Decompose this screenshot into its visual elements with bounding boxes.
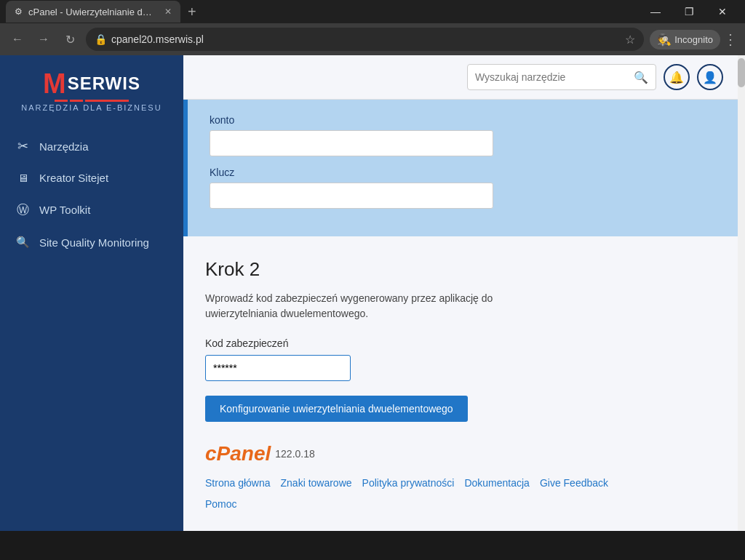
sidebar-item-label: WP Toolkit: [39, 204, 90, 216]
tools-icon: ✂: [15, 138, 31, 154]
wordpress-icon: Ⓦ: [15, 201, 31, 218]
lock-icon: 🔒: [95, 33, 107, 45]
window-controls: — ❐ ✕: [639, 0, 739, 23]
notifications-button[interactable]: 🔔: [664, 64, 690, 90]
klucz-label: Klucz: [210, 167, 716, 178]
code-input[interactable]: [205, 355, 351, 381]
back-button[interactable]: ←: [7, 29, 28, 49]
search-button[interactable]: 🔍: [634, 71, 648, 84]
top-bar: 🔍 🔔 👤: [183, 55, 738, 100]
address-bar: 🔒 ☆: [86, 28, 644, 51]
more-button[interactable]: ⋮: [723, 31, 738, 48]
sidebar-item-label: Kreator Sitejet: [39, 172, 108, 184]
tab-favicon: ⚙: [15, 7, 23, 17]
footer-link-feedback[interactable]: Give Feedback: [540, 477, 608, 489]
search-box: 🔍: [467, 64, 656, 90]
step2-title: Krok 2: [205, 258, 716, 281]
sidebar-item-kreator[interactable]: 🖥 Kreator Sitejet: [0, 163, 183, 193]
user-icon: 👤: [703, 71, 717, 84]
footer-link-docs[interactable]: Dokumentacja: [464, 477, 530, 489]
incognito-icon: 🕵: [657, 33, 672, 47]
forward-button[interactable]: →: [33, 29, 54, 49]
quality-icon: 🔍: [15, 236, 31, 249]
address-input[interactable]: [111, 33, 619, 45]
scrollbar[interactable]: [738, 55, 745, 531]
main-layout: M SERWIS NARZĘDZIA DLA E-BIZNESU ✂ Narzę…: [0, 55, 745, 531]
main-content: 🔍 🔔 👤 konto Klucz Krok 2 Wprowadź kod za…: [183, 55, 738, 531]
sidebar-logo: M SERWIS NARZĘDZIA DLA E-BIZNESU: [0, 55, 183, 124]
sidebar-item-narzedzia[interactable]: ✂ Narzędzia: [0, 129, 183, 163]
incognito-badge: 🕵 Incognito: [650, 30, 720, 49]
klucz-input[interactable]: [210, 183, 493, 209]
sidebar-item-quality[interactable]: 🔍 Site Quality Monitoring: [0, 227, 183, 257]
logo-tagline: NARZĘDZIA DLA E-BIZNESU: [21, 103, 162, 112]
footer-link-trademarks[interactable]: Znaki towarowe: [281, 477, 352, 489]
footer-link-help[interactable]: Pomoc: [205, 498, 237, 510]
footer-links: Strona główna Znaki towarowe Polityka pr…: [205, 477, 716, 489]
title-bar: ⚙ cPanel - Uwierzytelnianie dwue ✕ + — ❐…: [0, 0, 745, 23]
user-button[interactable]: 👤: [697, 64, 723, 90]
tab-row: ⚙ cPanel - Uwierzytelnianie dwue ✕ +: [6, 1, 639, 23]
logo-m: M: [43, 70, 66, 97]
bookmark-icon[interactable]: ☆: [625, 33, 635, 47]
search-input[interactable]: [475, 71, 634, 83]
sidebar: M SERWIS NARZĘDZIA DLA E-BIZNESU ✂ Narzę…: [0, 55, 183, 531]
sidebar-nav: ✂ Narzędzia 🖥 Kreator Sitejet Ⓦ WP Toolk…: [0, 124, 183, 263]
auth-form-section: konto Klucz: [183, 100, 738, 236]
cpanel-brand: cPanel 122.0.18: [205, 442, 716, 465]
search-icon: 🔍: [634, 71, 648, 84]
bell-icon: 🔔: [669, 71, 684, 84]
cpanel-logo: cPanel: [205, 442, 271, 465]
sitejet-icon: 🖥: [15, 172, 31, 184]
konto-label: konto: [210, 114, 716, 126]
incognito-label: Incognito: [674, 34, 713, 45]
close-button[interactable]: ✕: [706, 0, 739, 23]
new-tab-button[interactable]: +: [188, 4, 196, 20]
nav-right: 🕵 Incognito ⋮: [650, 30, 738, 49]
tab-title: cPanel - Uwierzytelnianie dwue: [28, 7, 159, 17]
code-label: Kod zabezpieczeń: [205, 337, 716, 349]
step2-section: Krok 2 Wprowadź kod zabezpieczeń wygener…: [183, 236, 738, 525]
logo-serwis: SERWIS: [68, 73, 140, 94]
maximize-button[interactable]: ❐: [672, 0, 706, 23]
minimize-button[interactable]: —: [639, 0, 672, 23]
sidebar-item-label: Narzędzia: [39, 140, 89, 153]
step2-description: Wprowadź kod zabezpieczeń wygenerowany p…: [205, 291, 525, 321]
footer-link-privacy[interactable]: Polityka prywatności: [362, 477, 455, 489]
sidebar-item-wp[interactable]: Ⓦ WP Toolkit: [0, 193, 183, 227]
konto-input[interactable]: [210, 130, 493, 156]
tab-close-button[interactable]: ✕: [164, 7, 172, 17]
configure-2fa-button[interactable]: Konfigurowanie uwierzytelniania dwueleme…: [205, 396, 468, 422]
browser-tab[interactable]: ⚙ cPanel - Uwierzytelnianie dwue ✕: [6, 1, 180, 23]
reload-button[interactable]: ↻: [60, 29, 80, 49]
cpanel-footer: cPanel 122.0.18 Strona główna Znaki towa…: [205, 442, 716, 511]
cpanel-version: 122.0.18: [275, 448, 315, 460]
sidebar-item-label: Site Quality Monitoring: [39, 236, 149, 249]
logo-box: M SERWIS: [43, 70, 140, 97]
nav-bar: ← → ↻ 🔒 ☆ 🕵 Incognito ⋮: [0, 23, 745, 55]
footer-link-home[interactable]: Strona główna: [205, 477, 271, 489]
